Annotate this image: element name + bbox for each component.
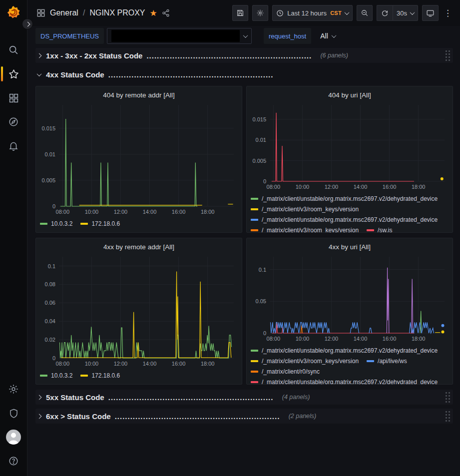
refresh-interval-label: 30s [397,9,407,17]
svg-text:0.015: 0.015 [41,125,55,131]
panel-title[interactable]: 4xx by remote addr [All] [40,241,238,253]
svg-text:10:00: 10:00 [296,184,310,190]
sidebar-item-dashboards[interactable] [0,86,27,110]
search-icon [8,44,19,55]
row-header-4xx[interactable]: 4xx Status Code ........................… [35,67,453,82]
legend-label: /_matrix/client/unstable/org.matrix.msc2… [262,347,438,354]
row-drag-handle[interactable] [446,411,450,422]
row-header-1xx-3xx-2xx[interactable]: 1xx - 3xx - 2xx Status Code ............… [35,48,453,63]
row-header-6xx[interactable]: 6xx > Status Code ......................… [35,409,453,424]
share-icon[interactable] [162,9,170,17]
svg-text:12:00: 12:00 [114,209,128,215]
panel-4xx-by-remote-addr: 4xx by remote addr [All] 00.020.040.060.… [35,238,242,385]
datasource-variable-select[interactable] [107,28,252,44]
timezone-label: CST [330,10,342,16]
request-host-variable-select[interactable]: All [314,28,342,44]
svg-text:0: 0 [52,203,55,209]
legend-label: /_matrix/client/unstable/org.matrix.msc2… [262,195,438,202]
chevron-down-icon [410,10,415,15]
datasource-value-redacted [111,30,240,42]
legend-swatch [367,360,374,362]
help-circle-icon [8,456,19,467]
row-panel-count: (4 panels) [282,394,310,401]
zoom-out-button[interactable] [357,5,373,21]
zoom-out-icon [361,9,369,17]
sidebar-item-starred[interactable] [0,62,27,86]
sidebar-expand-button[interactable] [22,18,33,29]
breadcrumb-page-title[interactable]: NGINX PROXY [89,8,145,17]
svg-text:14:00: 14:00 [143,361,157,367]
panel-title[interactable]: 404 by uri [All] [251,89,449,101]
panel-title[interactable]: 4xx by uri [All] [251,241,449,253]
legend-swatch [251,229,258,231]
svg-text:18:00: 18:00 [201,209,215,215]
chart-canvas: 00.020.040.060.080.108:0010:0012:0014:00… [40,253,238,370]
datasource-variable-label: DS_PROMETHEUS [35,28,104,44]
grafana-logo-icon[interactable] [6,5,21,20]
legend-label: /_matrix/client/v3/room_keys/version [262,358,359,365]
compass-icon [8,116,19,127]
breadcrumb-section[interactable]: General [50,8,78,17]
row-header-5xx[interactable]: 5xx Status Code ........................… [35,390,453,405]
chevron-right-icon [25,21,30,26]
panel-legend: 10.0.3.2172.18.0.6 [40,372,238,379]
sidebar-item-help[interactable] [0,449,27,473]
svg-text:16:00: 16:00 [172,209,186,215]
legend-item[interactable]: /_matrix/client/v3/room_keys/version [251,206,359,213]
dashboard-submenu: DS_PROMETHEUS request_host All [27,26,460,46]
sidebar-item-explore[interactable] [0,110,27,134]
panel-title[interactable]: 404 by remote addr [All] [40,89,238,101]
svg-text:0.06: 0.06 [45,300,55,306]
legend-label: 172.18.0.6 [91,372,120,379]
sidebar-item-server-admin[interactable] [0,401,27,425]
save-dashboard-button[interactable] [232,5,248,21]
legend-swatch [367,229,374,231]
tv-mode-button[interactable] [422,5,439,21]
svg-text:16:00: 16:00 [383,336,397,342]
kebab-menu-button[interactable]: ⋮ [443,5,453,21]
chevron-right-icon [37,53,42,58]
legend-item[interactable]: 10.0.3.2 [40,372,72,379]
legend-item[interactable]: /_matrix/client/v3/room_keys/version [251,227,359,233]
legend-item[interactable]: 10.0.3.2 [40,220,72,227]
legend-item[interactable]: /sw.js [367,227,392,233]
dashboard-settings-button[interactable] [252,5,268,21]
svg-text:0.005: 0.005 [41,177,55,183]
legend-label: /_matrix/client/r0/sync [262,368,320,375]
row-leader-dots: ........................................… [115,412,280,421]
row-drag-handle[interactable] [446,392,450,403]
row-drag-handle[interactable] [446,50,450,61]
refresh-interval-picker[interactable]: 30s [393,5,418,21]
legend-item[interactable]: /_matrix/client/v3/room_keys/version [251,358,359,365]
sidebar-item-configuration[interactable] [0,377,27,401]
svg-text:08:00: 08:00 [267,336,281,342]
refresh-group: 30s [377,5,418,21]
sidebar-item-profile[interactable] [0,425,27,449]
legend-item[interactable]: /_matrix/client/unstable/org.matrix.msc2… [251,195,438,202]
svg-text:14:00: 14:00 [354,336,368,342]
legend-item[interactable]: /_matrix/client/unstable/org.matrix.msc2… [251,379,438,385]
svg-text:0.005: 0.005 [252,158,266,164]
legend-item[interactable]: /_matrix/client/unstable/org.matrix.msc2… [251,216,438,223]
legend-swatch [251,360,258,362]
time-range-picker[interactable]: Last 12 hours CST [272,5,353,21]
row-title: 4xx Status Code [46,70,104,79]
chevron-down-icon [345,10,350,15]
sidebar-item-search[interactable] [0,38,27,62]
legend-item[interactable]: 172.18.0.6 [80,372,120,379]
svg-text:0: 0 [263,178,266,184]
panel-legend: 10.0.3.2172.18.0.6 [40,220,238,227]
chevron-down-icon [37,71,42,76]
favorite-star-icon[interactable]: ★ [150,8,157,18]
main-area: General / NGINX PROXY ★ Last 12 hours CS… [27,0,460,476]
legend-item[interactable]: 172.18.0.6 [80,220,120,227]
gear-icon [256,9,264,17]
legend-item[interactable]: /_matrix/client/r0/sync [251,368,320,375]
bell-icon [8,140,19,151]
legend-item[interactable]: /api/live/ws [367,358,407,365]
refresh-button[interactable] [377,5,393,21]
legend-item[interactable]: /_matrix/client/unstable/org.matrix.msc2… [251,347,438,354]
request-host-variable-label: request_host [264,28,311,44]
sidebar-item-alerting[interactable] [0,134,27,158]
svg-text:0.02: 0.02 [45,337,55,343]
